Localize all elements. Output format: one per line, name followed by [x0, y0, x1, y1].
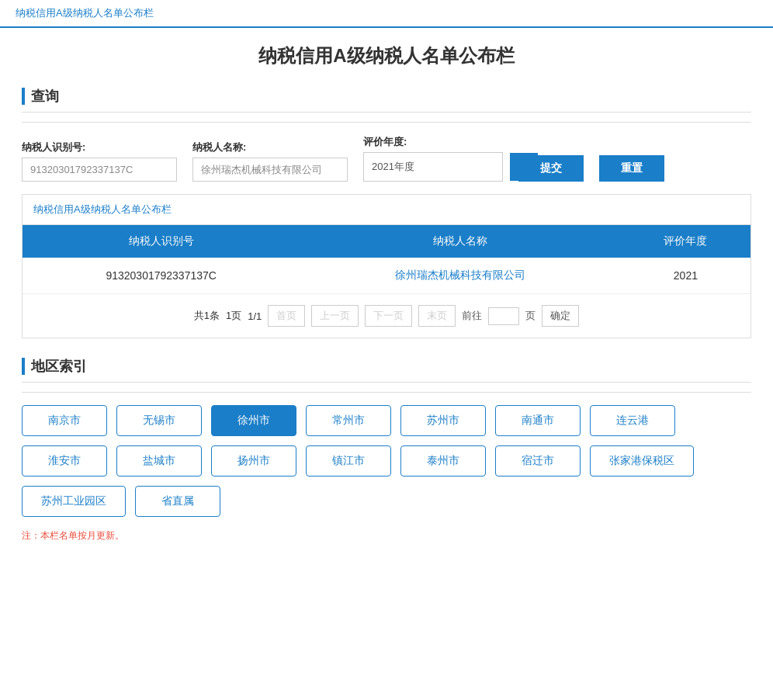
pagination-current: 1/1	[248, 310, 262, 322]
table-body: 91320301792337137C 徐州瑞杰机械科技有限公司 2021	[23, 258, 750, 294]
top-nav: 纳税信用A级纳税人名单公布栏	[0, 0, 773, 28]
first-page-button[interactable]: 首页	[268, 305, 305, 327]
col-header-name: 纳税人名称	[300, 225, 620, 258]
table-row: 91320301792337137C 徐州瑞杰机械科技有限公司 2021	[23, 258, 750, 294]
query-section-header: 查询	[22, 87, 751, 113]
col-header-id: 纳税人识别号	[23, 225, 300, 258]
region-button[interactable]: 苏州工业园区	[22, 486, 126, 517]
taxpayer-id-input[interactable]	[22, 158, 177, 182]
pagination-total: 共1条	[194, 309, 220, 323]
region-button[interactable]: 张家港保税区	[590, 445, 694, 476]
region-button[interactable]: 南通市	[495, 405, 581, 436]
goto-prefix: 前往	[462, 309, 482, 323]
region-button[interactable]: 镇江市	[306, 445, 391, 476]
goto-confirm-button[interactable]: 确定	[542, 305, 579, 327]
region-grid: 南京市无锡市徐州市常州市苏州市南通市连云港淮安市盐城市扬州市镇江市泰州市宿迁市张…	[22, 405, 751, 517]
region-button[interactable]: 淮安市	[22, 445, 107, 476]
year-select-input[interactable]	[364, 156, 510, 178]
region-button[interactable]: 南京市	[22, 405, 107, 436]
reset-button[interactable]: 重置	[599, 155, 664, 182]
region-divider	[22, 392, 751, 393]
query-section-title: 查询	[31, 87, 59, 106]
goto-suffix: 页	[525, 309, 536, 323]
table-header: 纳税人识别号 纳税人名称 评价年度	[23, 225, 750, 258]
goto-page-input[interactable]	[488, 307, 519, 325]
region-button[interactable]: 盐城市	[116, 445, 202, 476]
region-button[interactable]: 连云港	[590, 405, 675, 436]
submit-button[interactable]: 提交	[518, 155, 584, 182]
cell-id: 91320301792337137C	[23, 258, 300, 294]
taxpayer-id-group: 纳税人识别号:	[22, 140, 177, 182]
region-button[interactable]: 省直属	[135, 486, 220, 517]
page-title: 纳税信用A级纳税人名单公布栏	[22, 43, 751, 68]
taxpayer-name-group: 纳税人名称:	[192, 140, 348, 182]
breadcrumb: 纳税信用A级纳税人名单公布栏	[16, 6, 154, 20]
prev-page-button[interactable]: 上一页	[311, 305, 359, 327]
main-container: 纳税信用A级纳税人名单公布栏 查询 纳税人识别号: 纳税人名称: 评价年度: ▼	[6, 28, 767, 558]
region-section-title: 地区索引	[31, 357, 87, 376]
year-label: 评价年度:	[363, 135, 503, 149]
note-text: 注：本栏名单按月更新。	[22, 529, 751, 542]
region-button[interactable]: 徐州市	[211, 405, 296, 436]
section-bar-region	[22, 358, 25, 375]
taxpayer-name-input[interactable]	[192, 158, 348, 182]
year-group: 评价年度: ▼	[363, 135, 503, 182]
col-header-year: 评价年度	[621, 225, 750, 258]
section-bar-query	[22, 88, 25, 105]
query-form: 纳税人识别号: 纳税人名称: 评价年度: ▼ 提交 重置	[22, 135, 751, 182]
region-button[interactable]: 无锡市	[116, 405, 202, 436]
query-divider	[22, 122, 751, 123]
region-button[interactable]: 泰州市	[400, 445, 486, 476]
region-button[interactable]: 常州市	[306, 405, 391, 436]
taxpayer-name-label: 纳税人名称:	[192, 140, 348, 154]
cell-name[interactable]: 徐州瑞杰机械科技有限公司	[300, 258, 620, 294]
cell-year: 2021	[621, 258, 750, 294]
pagination-pages: 1页	[226, 309, 241, 323]
last-page-button[interactable]: 末页	[418, 305, 456, 327]
year-select-wrapper[interactable]: ▼	[363, 152, 503, 182]
next-page-button[interactable]: 下一页	[365, 305, 412, 327]
result-box-title: 纳税信用A级纳税人名单公布栏	[23, 195, 750, 225]
result-table: 纳税人识别号 纳税人名称 评价年度 91320301792337137C 徐州瑞…	[23, 225, 750, 294]
region-button[interactable]: 宿迁市	[495, 445, 581, 476]
region-section-header: 地区索引	[22, 357, 751, 383]
region-button[interactable]: 苏州市	[400, 405, 486, 436]
table-header-row: 纳税人识别号 纳税人名称 评价年度	[23, 225, 750, 258]
result-box: 纳税信用A级纳税人名单公布栏 纳税人识别号 纳税人名称 评价年度 9132030…	[22, 194, 751, 338]
region-button[interactable]: 扬州市	[211, 445, 296, 476]
pagination: 共1条 1页 1/1 首页 上一页 下一页 末页 前往 页 确定	[23, 294, 750, 338]
taxpayer-id-label: 纳税人识别号:	[22, 140, 177, 154]
